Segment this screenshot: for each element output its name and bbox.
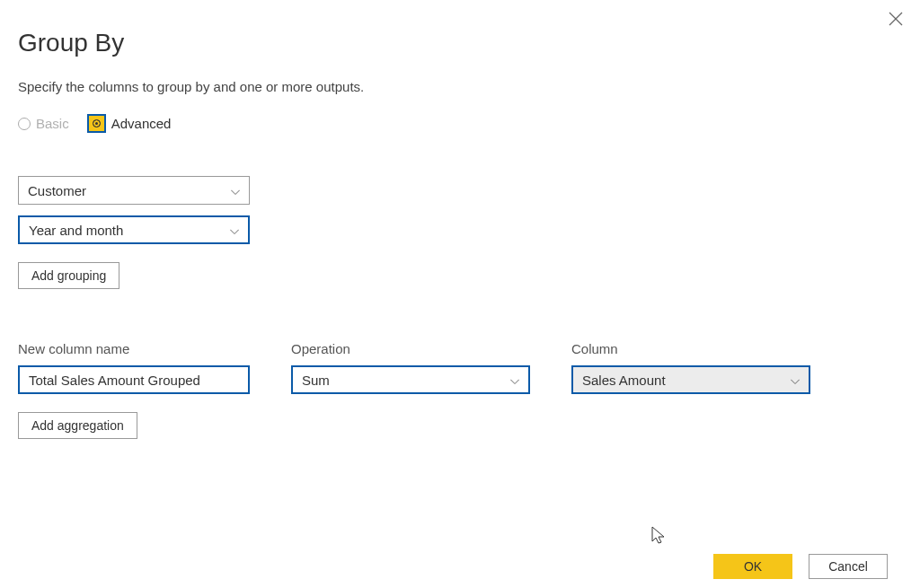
column-label: Column bbox=[571, 341, 810, 356]
chevron-down-icon bbox=[510, 373, 519, 388]
group-select-value: Customer bbox=[28, 183, 86, 198]
radio-basic-label: Basic bbox=[36, 116, 69, 131]
cursor-icon bbox=[650, 525, 668, 550]
radio-selected-icon bbox=[87, 114, 106, 133]
chevron-down-icon bbox=[231, 183, 240, 198]
group-select-customer[interactable]: Customer bbox=[18, 176, 250, 205]
dialog-footer: OK Cancel bbox=[713, 554, 888, 579]
operation-value: Sum bbox=[302, 373, 330, 388]
radio-circle-icon bbox=[18, 118, 31, 130]
chevron-down-icon bbox=[791, 373, 800, 388]
mode-radio-group: Basic Advanced bbox=[18, 114, 902, 133]
column-select[interactable]: Sales Amount bbox=[571, 365, 810, 394]
operation-label: Operation bbox=[291, 341, 530, 356]
radio-basic[interactable]: Basic bbox=[18, 116, 69, 131]
add-aggregation-button[interactable]: Add aggregation bbox=[18, 412, 137, 439]
group-select-year-month[interactable]: Year and month bbox=[18, 215, 250, 244]
column-value: Sales Amount bbox=[582, 373, 666, 388]
radio-advanced[interactable]: Advanced bbox=[87, 114, 172, 133]
close-icon[interactable] bbox=[888, 11, 904, 31]
chevron-down-icon bbox=[230, 223, 239, 238]
operation-select[interactable]: Sum bbox=[291, 365, 530, 394]
dialog-title: Group By bbox=[18, 29, 902, 57]
new-column-input[interactable] bbox=[18, 365, 250, 394]
dialog-subtitle: Specify the columns to group by and one … bbox=[18, 79, 902, 94]
new-column-label: New column name bbox=[18, 341, 250, 356]
add-grouping-button[interactable]: Add grouping bbox=[18, 262, 119, 289]
cancel-button[interactable]: Cancel bbox=[809, 554, 888, 579]
group-select-value: Year and month bbox=[29, 223, 123, 238]
radio-advanced-label: Advanced bbox=[111, 116, 172, 131]
grouping-selects: Customer Year and month bbox=[18, 176, 902, 244]
ok-button[interactable]: OK bbox=[713, 554, 792, 579]
